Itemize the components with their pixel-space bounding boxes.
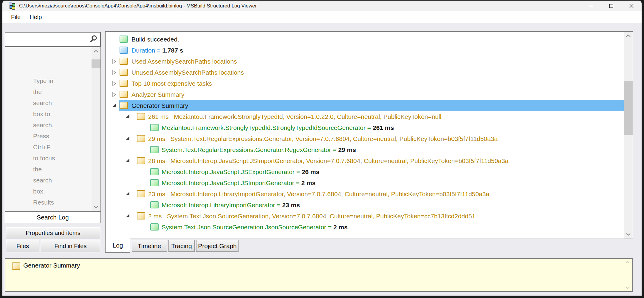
sidebar-scrollbar[interactable] [92, 47, 100, 211]
tree-row[interactable]: Build succeeded. [106, 34, 624, 45]
tree-row[interactable]: Unused AssemblySearchPaths locations [106, 67, 624, 78]
minimize-icon [588, 3, 594, 9]
folder-icon [137, 212, 145, 219]
doc-tab-timeline[interactable]: Timeline [132, 240, 167, 252]
expander-collapsed-icon[interactable] [112, 81, 116, 86]
folder-icon [120, 69, 128, 76]
scroll-down-icon[interactable] [624, 286, 631, 289]
expander-expanded-icon[interactable] [126, 114, 130, 118]
text-segment: Microsoft.Interop.JavaScript.JSExportGen… [162, 168, 302, 176]
text-segment: 2 ms [301, 179, 316, 187]
tree-row[interactable]: Generator Summary [106, 100, 624, 111]
tree-row-label: Duration = 1.787 s [131, 45, 183, 56]
tree-row[interactable]: System.Text.Json.SourceGeneration.JsonSo… [106, 222, 624, 233]
doc-tab-tracing[interactable]: Tracing [168, 240, 195, 252]
text-segment: System.Text.Json.SourceGeneration.JsonSo… [162, 224, 333, 231]
scrollbar-thumb[interactable] [624, 81, 633, 135]
tree-row[interactable]: Microsoft.Interop.JavaScript.JSImportGen… [106, 177, 624, 188]
selection-highlight [119, 100, 628, 111]
hint-line: to focus [33, 153, 55, 164]
text-segment: Build succeeded. [131, 36, 179, 43]
text-segment: Microsoft.Interop.LibraryImportGenerator… [162, 202, 282, 209]
tab-search-log[interactable]: Search Log [5, 211, 101, 223]
text-segment: 23 ms Microsoft.Interop.LibraryImportGen… [148, 191, 489, 198]
text-segment: 28 ms Microsoft.Interop.JavaScript.JSImp… [148, 157, 508, 165]
tree-row-label: Unused AssemblySearchPaths locations [131, 67, 244, 78]
expander-collapsed-icon[interactable] [112, 92, 116, 97]
menu-item-file[interactable]: File [7, 13, 25, 22]
tree-row[interactable]: Microsoft.Interop.JavaScript.JSExportGen… [106, 166, 624, 177]
tree-rows: Build succeeded.Duration = 1.787 sUsed A… [106, 34, 624, 233]
hint-line: the [33, 86, 55, 97]
tree-row[interactable]: Used AssemblySearchPaths locations [106, 56, 624, 67]
green-box-icon [150, 201, 159, 208]
tree-row[interactable]: 2 ms System.Text.Json.SourceGeneration, … [106, 211, 624, 222]
tree-row-label: Top 10 most expensive tasks [131, 78, 212, 89]
tree-scrollbar[interactable] [624, 32, 633, 239]
text-segment: Top 10 most expensive tasks [131, 80, 212, 87]
expander-expanded-icon[interactable] [126, 213, 130, 218]
text-segment: Used AssemblySearchPaths locations [131, 58, 237, 65]
hint-line: Results [33, 197, 55, 208]
app-icon-square [12, 6, 15, 10]
search-input[interactable] [5, 33, 89, 46]
tree-row-label: Analyzer Summary [131, 89, 184, 100]
tree-row-label: Used AssemblySearchPaths locations [131, 56, 237, 67]
text-segment: Meziantou.Framework.StronglyTypedId.Stro… [162, 124, 373, 131]
tree-row[interactable]: Top 10 most expensive tasks [106, 78, 624, 89]
scroll-up-icon[interactable] [624, 261, 631, 264]
tree-row[interactable]: Duration = 1.787 s [106, 45, 624, 56]
tree-row[interactable]: 28 ms Microsoft.Interop.JavaScript.JSImp… [106, 155, 624, 166]
expander-collapsed-icon[interactable] [112, 59, 116, 64]
scroll-up-icon[interactable] [624, 34, 633, 38]
status-panel-text: Generator Summary [23, 262, 80, 269]
hint-line: search [33, 97, 55, 108]
folder-icon [120, 58, 128, 65]
expander-collapsed-icon[interactable] [112, 70, 116, 75]
folder-icon [12, 262, 20, 270]
tree-row-label: Microsoft.Interop.JavaScript.JSImportGen… [162, 177, 315, 188]
expander-expanded-icon[interactable] [126, 191, 130, 196]
tab-files[interactable]: Files [6, 240, 39, 252]
status-scrollbar[interactable] [624, 259, 631, 291]
scroll-down-icon[interactable] [624, 233, 633, 236]
tree-row[interactable]: Meziantou.Framework.StronglyTypedId.Stro… [106, 122, 624, 133]
folder-icon [137, 135, 145, 142]
scroll-down-icon[interactable] [92, 205, 100, 209]
folder-icon [120, 91, 128, 98]
hint-line: box to [33, 108, 55, 119]
hint-line: the [33, 164, 55, 175]
tree-row[interactable]: 261 ms Meziantou.Framework.StronglyTyped… [106, 111, 624, 122]
maximize-button[interactable] [601, 1, 621, 11]
tree-row-label: 29 ms System.Text.RegularExpressions.Gen… [148, 133, 498, 144]
tree-row[interactable]: System.Text.RegularExpressions.Generator… [106, 144, 624, 155]
tree-row-label: 23 ms Microsoft.Interop.LibraryImportGen… [148, 188, 489, 199]
doc-tab-log[interactable]: Log [105, 239, 130, 253]
menu-item-help[interactable]: Help [25, 13, 46, 22]
text-segment: 29 ms [338, 146, 356, 153]
scrollbar-thumb[interactable] [92, 59, 100, 68]
window-bottom-strip [2, 292, 642, 296]
expander-expanded-icon[interactable] [126, 158, 130, 162]
green-box-icon [150, 168, 159, 175]
scroll-up-icon[interactable] [92, 50, 100, 53]
minimize-button[interactable] [581, 1, 601, 11]
folder-icon [120, 102, 128, 109]
text-segment: Microsoft.Interop.JavaScript.JSImportGen… [162, 179, 301, 187]
tab-find-in-files[interactable]: Find in Files [41, 240, 100, 252]
close-button[interactable] [621, 1, 642, 11]
doc-tab-project-graph[interactable]: Project Graph [196, 240, 239, 252]
tree-row[interactable]: 29 ms System.Text.RegularExpressions.Gen… [106, 133, 624, 144]
tab-properties-and-items[interactable]: Properties and items [6, 227, 100, 239]
tree-row[interactable]: Analyzer Summary [106, 89, 624, 100]
titlebar: C:\Users\mezia\source\repos\ConsoleApp4\… [2, 1, 642, 11]
hint-line: box. [33, 186, 55, 197]
hint-line: search. [33, 119, 55, 130]
hint-line: Type in [33, 75, 55, 86]
close-icon [629, 3, 634, 9]
expander-expanded-icon[interactable] [126, 136, 130, 140]
tree-row-label: System.Text.RegularExpressions.Generator… [162, 144, 356, 155]
tree-row[interactable]: 23 ms Microsoft.Interop.LibraryImportGen… [106, 188, 624, 199]
tree-row[interactable]: Microsoft.Interop.LibraryImportGenerator… [106, 199, 624, 211]
expander-expanded-icon[interactable] [112, 103, 116, 107]
